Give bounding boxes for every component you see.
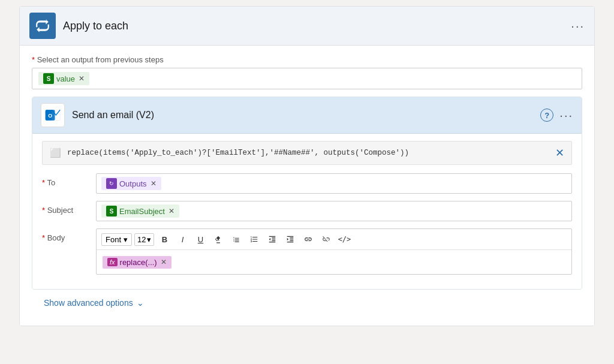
svg-text:O: O	[48, 113, 52, 119]
outputs-icon: ↻	[106, 178, 117, 189]
numbered-list-button[interactable]	[246, 232, 262, 246]
subject-label: Subject	[42, 201, 96, 215]
subject-row: Subject S EmailSubject ✕	[42, 201, 572, 221]
advanced-options-label: Show advanced options	[44, 298, 133, 308]
bullet-list-button[interactable]	[228, 232, 244, 246]
link-icon	[304, 235, 312, 243]
body-label: Body	[42, 228, 96, 242]
apply-each-icon-box	[29, 13, 56, 39]
send-email-section: O Send an email (V2) ? ··· ⬜ replace(ite…	[32, 97, 582, 290]
subject-icon: S	[106, 206, 117, 216]
value-token-close[interactable]: ✕	[79, 74, 85, 83]
body-toolbar: Font ▾ 12 ▾ B I	[97, 229, 571, 250]
outlook-icon: O	[44, 107, 61, 124]
underline-button[interactable]: U	[192, 232, 208, 246]
apply-each-menu[interactable]: ···	[571, 19, 585, 33]
increase-indent-icon	[286, 235, 294, 243]
highlight-icon	[214, 235, 222, 243]
apply-each-header: Apply to each ···	[20, 7, 594, 46]
expression-text: replace(items('Apply_to_each')?['EmailTe…	[67, 149, 549, 157]
bullet-list-icon	[232, 235, 240, 243]
font-dropdown-icon: ▾	[124, 235, 128, 244]
decrease-indent-button[interactable]	[264, 232, 280, 246]
replace-token-close[interactable]: ✕	[161, 258, 167, 266]
to-row: To ↻ Outputs ✕	[42, 173, 572, 194]
help-icon[interactable]: ?	[540, 109, 553, 122]
main-container: Apply to each ··· Select an output from …	[19, 6, 595, 326]
highlight-button[interactable]	[210, 232, 226, 246]
outputs-token: ↻ Outputs ✕	[101, 177, 161, 190]
send-email-title: Send an email (V2)	[72, 110, 540, 121]
value-token: S value ✕	[38, 72, 89, 85]
increase-indent-button[interactable]	[282, 232, 298, 246]
bold-button[interactable]: B	[156, 232, 172, 246]
advanced-options-chevron: ⌄	[137, 298, 144, 308]
send-email-header: O Send an email (V2) ? ···	[32, 97, 582, 134]
outlook-icon-box: O	[41, 103, 65, 127]
numbered-list-icon	[250, 235, 258, 243]
font-label: Font	[106, 235, 121, 244]
expression-icon: ⬜	[50, 148, 61, 158]
send-email-body: ⬜ replace(items('Apply_to_each')?['Email…	[32, 134, 582, 289]
outputs-token-close[interactable]: ✕	[151, 179, 156, 188]
unlink-icon	[322, 235, 330, 243]
body-row: Body Font ▾ 12 ▾	[42, 228, 572, 275]
expression-bar: ⬜ replace(items('Apply_to_each')?['Email…	[42, 141, 572, 165]
font-size-select[interactable]: 12 ▾	[134, 233, 154, 246]
code-button[interactable]: </>	[336, 232, 352, 246]
expression-close-btn[interactable]: ✕	[555, 146, 564, 160]
apply-each-title: Apply to each	[63, 20, 571, 32]
body-content[interactable]: fx replace(...) ✕	[97, 250, 571, 274]
decrease-indent-icon	[268, 235, 276, 243]
link-button[interactable]	[300, 232, 316, 246]
select-output-input[interactable]: S value ✕	[32, 68, 582, 89]
send-email-menu[interactable]: ···	[559, 109, 573, 122]
fx-icon: fx	[107, 258, 118, 266]
font-size-value: 12	[137, 235, 146, 244]
select-output-label: Select an output from previous steps	[32, 55, 582, 64]
subject-token-close[interactable]: ✕	[168, 207, 174, 215]
replace-token: fx replace(...) ✕	[103, 256, 171, 269]
email-subject-token: S EmailSubject ✕	[101, 204, 179, 218]
body-field[interactable]: Font ▾ 12 ▾ B I	[96, 228, 572, 275]
sharepoint-icon: S	[43, 73, 54, 84]
to-input[interactable]: ↻ Outputs ✕	[96, 173, 572, 194]
to-label: To	[42, 173, 96, 187]
font-size-dropdown-icon: ▾	[147, 235, 151, 244]
subject-input[interactable]: S EmailSubject ✕	[96, 201, 572, 221]
unlink-button[interactable]	[318, 232, 334, 246]
apply-each-body: Select an output from previous steps S v…	[20, 46, 594, 326]
italic-button[interactable]: I	[174, 232, 190, 246]
font-select[interactable]: Font ▾	[101, 233, 132, 246]
advanced-options[interactable]: Show advanced options ⌄	[32, 290, 582, 316]
loop-icon	[35, 18, 50, 34]
